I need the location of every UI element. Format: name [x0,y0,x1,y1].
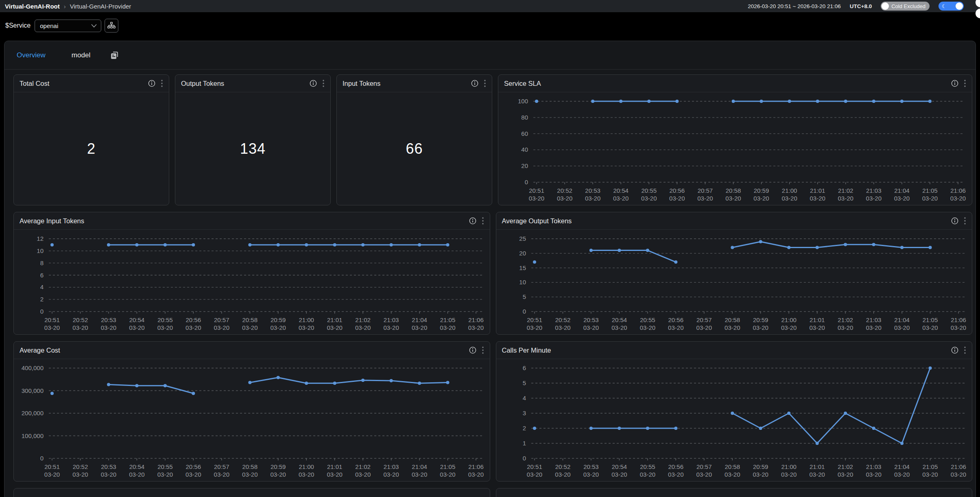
stat-value: 2 [87,140,96,157]
svg-text:60: 60 [521,130,528,137]
svg-text:21:0203-20: 21:0203-20 [838,187,853,202]
svg-text:20:5503-20: 20:5503-20 [640,316,655,331]
info-icon[interactable] [471,79,479,87]
svg-text:20:5103-20: 20:5103-20 [526,316,542,331]
info-icon[interactable] [951,346,959,354]
svg-text:0: 0 [40,308,44,315]
svg-text:20: 20 [519,250,526,257]
theme-toggle[interactable]: ☾ [939,2,964,11]
tab-model[interactable]: model [72,51,90,59]
moon-icon: ☾ [942,4,947,9]
svg-text:20:5403-20: 20:5403-20 [613,187,629,202]
svg-text:21:0303-20: 21:0303-20 [383,316,399,331]
info-icon[interactable] [951,79,959,87]
dashboard-container: Overview model Total Cost [4,41,976,497]
svg-text:21:0403-20: 21:0403-20 [894,316,909,331]
info-icon[interactable] [469,346,477,354]
svg-text:21:0103-20: 21:0103-20 [327,316,343,331]
svg-text:20:5703-20: 20:5703-20 [697,187,713,202]
svg-text:80: 80 [521,114,528,121]
svg-text:20:5303-20: 20:5303-20 [101,463,116,478]
panel-partial-right [496,488,973,497]
panel-total-cost: Total Cost 2 [13,74,169,205]
floating-action-button[interactable] [976,0,980,7]
svg-text:0: 0 [40,455,44,462]
service-select[interactable]: openai [35,20,101,32]
svg-text:300,000: 300,000 [22,387,44,394]
svg-text:1: 1 [522,440,526,447]
info-icon[interactable] [469,217,477,225]
line-chart[interactable]: 051015202520:5103-2020:5203-2020:5303-20… [496,230,972,334]
topology-button[interactable] [105,19,118,33]
svg-text:21:0103-20: 21:0103-20 [809,316,825,331]
info-icon[interactable] [951,217,959,225]
svg-text:2: 2 [40,296,44,303]
stat-value: 134 [240,140,266,157]
line-chart[interactable]: 0100,000200,000300,000400,00020:5103-202… [14,359,490,481]
info-icon[interactable] [148,79,156,87]
kebab-menu-icon[interactable] [964,79,966,88]
svg-text:25: 25 [519,235,526,242]
svg-text:10: 10 [37,247,44,254]
svg-text:20:5503-20: 20:5503-20 [157,463,173,478]
cold-excluded-toggle[interactable]: Cold Excluded [881,2,930,11]
time-range-picker[interactable]: 2026-03-20 20:51 ~ 2026-03-20 21:06 [748,3,841,9]
line-chart[interactable]: 02468101220:5103-2020:5203-2020:5303-202… [14,230,490,334]
svg-text:20:5303-20: 20:5303-20 [583,316,598,331]
svg-text:4: 4 [40,283,44,290]
breadcrumb-root[interactable]: Virtual-GenAI-Root [5,3,60,10]
svg-text:12: 12 [37,235,44,242]
svg-text:21:0103-20: 21:0103-20 [810,187,825,202]
svg-text:3: 3 [522,410,526,416]
svg-text:21:0603-20: 21:0603-20 [468,316,484,331]
kebab-menu-icon[interactable] [322,79,325,88]
svg-text:20:5103-20: 20:5103-20 [526,463,542,478]
panel-title: Calls Per Minute [502,347,951,354]
line-chart[interactable]: 012345620:5103-2020:5203-2020:5303-2020:… [496,359,972,481]
svg-text:21:0503-20: 21:0503-20 [922,463,938,478]
svg-text:0: 0 [525,179,528,185]
kebab-menu-icon[interactable] [482,346,484,355]
svg-text:20:5803-20: 20:5803-20 [242,316,258,331]
svg-text:20:5703-20: 20:5703-20 [696,316,712,331]
svg-text:20:5903-20: 20:5903-20 [271,463,286,478]
svg-text:400,000: 400,000 [22,364,44,371]
svg-text:21:0103-20: 21:0103-20 [327,463,343,478]
svg-text:21:0403-20: 21:0403-20 [412,463,427,478]
svg-text:21:0003-20: 21:0003-20 [781,463,797,478]
kebab-menu-icon[interactable] [484,79,486,88]
svg-text:21:0403-20: 21:0403-20 [894,463,909,478]
svg-text:21:0203-20: 21:0203-20 [837,463,853,478]
svg-text:20:5303-20: 20:5303-20 [583,463,598,478]
svg-text:21:0503-20: 21:0503-20 [440,463,455,478]
line-chart[interactable]: 02040608010020:5103-2020:5203-2020:5303-… [498,92,972,205]
svg-text:21:0303-20: 21:0303-20 [383,463,399,478]
kebab-menu-icon[interactable] [964,346,966,355]
svg-text:21:0203-20: 21:0203-20 [355,316,371,331]
top-bar: Virtual-GenAI-Root › Virtual-GenAI-Provi… [0,0,980,12]
copy-icon[interactable] [109,50,120,61]
svg-text:0: 0 [522,455,526,462]
svg-text:40: 40 [521,146,528,153]
svg-text:21:0203-20: 21:0203-20 [355,463,371,478]
kebab-menu-icon[interactable] [482,216,484,225]
svg-text:100,000: 100,000 [22,432,44,439]
svg-text:20:5703-20: 20:5703-20 [696,463,712,478]
variable-filter-row: $Service openai [0,12,980,39]
breadcrumb-separator-icon: › [64,3,66,10]
svg-text:20:5203-20: 20:5203-20 [72,316,88,331]
svg-text:20:5903-20: 20:5903-20 [753,316,768,331]
svg-text:20:5303-20: 20:5303-20 [101,316,116,331]
svg-text:21:0503-20: 21:0503-20 [440,316,455,331]
kebab-menu-icon[interactable] [964,216,966,225]
svg-text:20:5603-20: 20:5603-20 [186,316,201,331]
svg-text:0: 0 [522,308,526,315]
timezone-label[interactable]: UTC+8.0 [850,3,872,9]
svg-text:20:5403-20: 20:5403-20 [129,316,144,331]
kebab-menu-icon[interactable] [161,79,163,88]
svg-text:20:5603-20: 20:5603-20 [668,316,683,331]
floating-action-button[interactable] [976,9,980,18]
svg-text:21:0403-20: 21:0403-20 [894,187,910,202]
tab-overview[interactable]: Overview [17,51,46,59]
info-icon[interactable] [309,79,317,87]
